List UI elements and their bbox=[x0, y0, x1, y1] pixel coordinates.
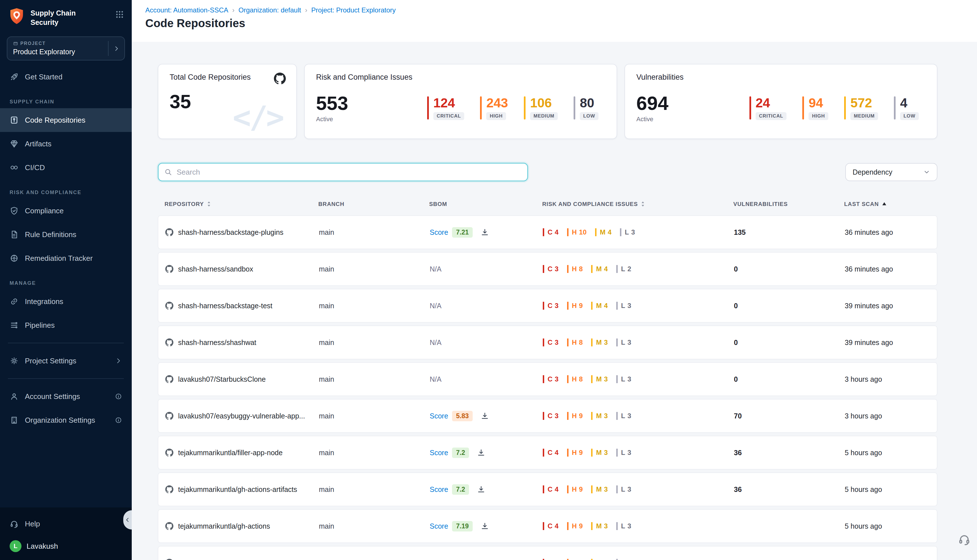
severity-count: 9 bbox=[579, 559, 583, 560]
severity-letter: L bbox=[621, 449, 625, 457]
severity-letter: C bbox=[548, 412, 553, 420]
severity-count: 9 bbox=[579, 522, 583, 530]
column-header-repository[interactable]: REPOSITORY bbox=[165, 201, 318, 207]
severity-count: 3 bbox=[604, 375, 608, 383]
table-row[interactable]: lavakush07/easybuggy-vulnerable-app...ma… bbox=[158, 399, 937, 433]
severity-count: 3 bbox=[627, 412, 631, 420]
sidebar-item-project-settings[interactable]: Project Settings bbox=[0, 349, 132, 373]
column-header-last-scan[interactable]: LAST SCAN bbox=[844, 201, 937, 207]
sidebar-item-account-settings[interactable]: Account Settings bbox=[0, 385, 132, 408]
project-chevron[interactable] bbox=[108, 41, 124, 56]
risk-chip-l: L3 bbox=[616, 302, 631, 310]
table-row[interactable]: tejakummarikuntla/gh-actions-artifactsma… bbox=[158, 472, 937, 506]
artifacts-icon bbox=[10, 139, 18, 148]
repo-name: lavakush07/StarbucksClone bbox=[178, 375, 266, 383]
sidebar-item-organization-settings[interactable]: Organization Settings bbox=[0, 408, 132, 432]
github-icon bbox=[165, 228, 174, 237]
severity-letter: C bbox=[548, 522, 553, 530]
sidebar-item-pipelines[interactable]: Pipelines bbox=[0, 313, 132, 337]
table-row[interactable]: shash-harness/backstage-testmainN/AC3H9M… bbox=[158, 289, 937, 323]
risk-chip-h: H8 bbox=[567, 338, 583, 347]
branch-cell: main bbox=[319, 412, 430, 420]
severity-count: 3 bbox=[554, 338, 558, 347]
stat-bar bbox=[844, 97, 846, 120]
risk-chip-c: C3 bbox=[543, 265, 559, 273]
toolbar: Dependency bbox=[158, 163, 937, 182]
risk-chip-l: L3 bbox=[616, 375, 631, 383]
column-header-risk-and-compliance-issues[interactable]: RISK AND COMPLIANCE ISSUES bbox=[542, 201, 733, 207]
support-button[interactable] bbox=[958, 533, 971, 546]
risk-count: 553 bbox=[316, 93, 348, 113]
chevron-down-icon bbox=[923, 169, 930, 175]
sidebar-item-integrations[interactable]: Integrations bbox=[0, 290, 132, 313]
stat-critical: 124CRITICAL bbox=[427, 97, 464, 120]
sidebar-item-remediation-tracker[interactable]: Remediation Tracker bbox=[0, 247, 132, 270]
sidebar-item-ci-cd[interactable]: CI/CD bbox=[0, 156, 132, 179]
sbom-score-link[interactable]: Score bbox=[430, 522, 448, 530]
sidebar-item-help[interactable]: Help bbox=[0, 512, 132, 536]
repo-name: tejakummarikuntla/gh-actions-artifacts bbox=[178, 485, 297, 493]
breadcrumb-link[interactable]: Project: Product Exploratory bbox=[311, 6, 396, 14]
severity-letter: M bbox=[596, 559, 601, 560]
dependency-filter-dropdown[interactable]: Dependency bbox=[845, 163, 937, 181]
risk-chip-h: H8 bbox=[567, 375, 583, 383]
table-row[interactable]: tejakummarikuntla/filler-app-nodemainSco… bbox=[158, 436, 937, 470]
breadcrumb-link[interactable]: Account: Automation-SSCA bbox=[145, 6, 228, 14]
stat-label: CRITICAL bbox=[756, 112, 787, 120]
severity-count: 3 bbox=[604, 338, 608, 347]
sidebar-item-compliance[interactable]: Compliance bbox=[0, 199, 132, 223]
page-title: Code Repositories bbox=[145, 17, 964, 30]
risk-chip-m: M3 bbox=[591, 338, 608, 347]
nav-section-header: RISK AND COMPLIANCE bbox=[0, 186, 132, 199]
sbom-download-icon[interactable] bbox=[481, 412, 489, 420]
sbom-cell: Score7.2 bbox=[430, 448, 543, 458]
table-row[interactable]: lavakush07/argocd-hub-spoke-demomainN/AC… bbox=[158, 546, 937, 560]
sbom-download-icon[interactable] bbox=[481, 522, 489, 530]
table-row[interactable]: shash-harness/backstage-pluginsmainScore… bbox=[158, 215, 937, 249]
user-menu[interactable]: L Lavakush bbox=[0, 536, 132, 554]
sidebar-item-label: Rule Definitions bbox=[25, 230, 76, 239]
table-row[interactable]: shash-harness/sandboxmainN/AC3H8M4L2036 … bbox=[158, 252, 937, 286]
sbom-score-link[interactable]: Score bbox=[430, 412, 448, 420]
sbom-score-link[interactable]: Score bbox=[430, 485, 448, 493]
breadcrumb-link[interactable]: Organization: default bbox=[238, 6, 301, 14]
severity-letter: M bbox=[596, 302, 601, 310]
sidebar-item-code-repositories[interactable]: Code Repositories bbox=[0, 108, 132, 132]
module-grid-icon[interactable] bbox=[115, 10, 124, 18]
severity-count: 4 bbox=[554, 522, 558, 530]
sbom-download-icon[interactable] bbox=[481, 228, 489, 237]
sidebar-item-label: Get Started bbox=[25, 73, 62, 82]
card-title: Total Code Repositories bbox=[170, 73, 285, 82]
sidebar-item-rule-definitions[interactable]: Rule Definitions bbox=[0, 223, 132, 247]
stat-value: 572 bbox=[850, 97, 878, 109]
github-icon bbox=[165, 265, 174, 273]
sidebar-item-get-started[interactable]: Get Started bbox=[0, 65, 132, 89]
sidebar-header: Supply Chain Security bbox=[0, 0, 132, 30]
project-selector[interactable]: PROJECT Product Exploratory bbox=[7, 37, 125, 60]
sbom-score-link[interactable]: Score bbox=[430, 228, 448, 237]
sbom-download-icon[interactable] bbox=[477, 448, 485, 457]
table-row[interactable]: shash-harness/shashwatmainN/AC3H8M3L3039… bbox=[158, 325, 937, 359]
severity-letter: M bbox=[596, 522, 601, 530]
severity-count: 3 bbox=[604, 522, 608, 530]
severity-letter: C bbox=[548, 449, 553, 457]
integrations-icon bbox=[10, 297, 18, 306]
stat-high: 94HIGH bbox=[802, 97, 828, 120]
table-row[interactable]: tejakummarikuntla/gh-actionsmainScore7.1… bbox=[158, 509, 937, 543]
last-scan-cell: 39 minutes ago bbox=[845, 302, 937, 310]
project-name: Product Exploratory bbox=[13, 48, 104, 56]
last-scan-cell: 3 hours ago bbox=[845, 375, 937, 383]
vulnerabilities-cell: 36 bbox=[734, 485, 845, 493]
search-input[interactable] bbox=[177, 168, 521, 177]
sidebar-item-artifacts[interactable]: Artifacts bbox=[0, 132, 132, 156]
severity-letter: M bbox=[596, 449, 601, 457]
table-row[interactable]: lavakush07/StarbucksClonemainN/AC3H8M3L3… bbox=[158, 362, 937, 396]
sbom-download-icon[interactable] bbox=[477, 485, 485, 493]
severity-count: 4 bbox=[604, 265, 608, 273]
sbom-score-link[interactable]: Score bbox=[430, 449, 448, 457]
sidebar-item-label: Account Settings bbox=[25, 392, 80, 401]
severity-count: 4 bbox=[554, 485, 558, 493]
branch-cell: main bbox=[319, 228, 430, 237]
severity-letter: H bbox=[572, 302, 577, 310]
risk-stats: 124CRITICAL243HIGH106MEDIUM80LOW bbox=[427, 97, 605, 120]
